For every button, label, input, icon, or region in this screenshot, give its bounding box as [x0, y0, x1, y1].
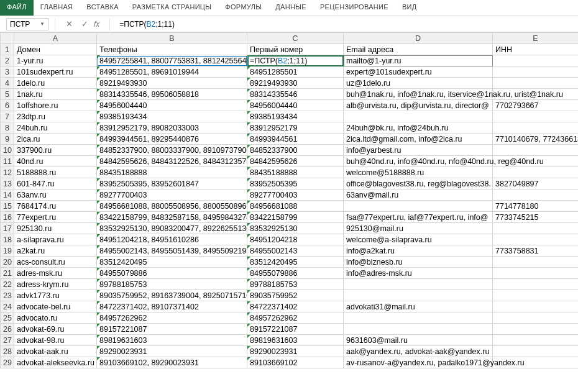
row-header[interactable]: 4 [1, 78, 14, 89]
cell[interactable]: 88314335546, 89506058818 [97, 89, 247, 100]
cell[interactable] [344, 279, 493, 290]
row-header[interactable]: 19 [1, 245, 14, 257]
name-box[interactable]: ПСТР ▼ [6, 18, 48, 30]
cell[interactable]: 83512420495 [247, 257, 344, 268]
cell[interactable]: 83422158799, 84832587158, 84959843274, 8 [97, 212, 247, 223]
cell[interactable] [493, 167, 579, 178]
cell[interactable]: a2kat.ru [14, 245, 97, 257]
cell[interactable] [493, 279, 579, 290]
cell[interactable] [344, 290, 493, 301]
cell[interactable]: advk1773.ru [14, 290, 97, 301]
cell[interactable]: 83952505395, 83952601847 [97, 178, 247, 189]
cell[interactable]: 89035759952 [247, 290, 344, 301]
row-header[interactable]: 10 [1, 145, 14, 156]
cell[interactable]: 9631603@mail.ru [344, 335, 493, 346]
row-header[interactable]: 27 [1, 335, 14, 346]
row-header[interactable]: 9 [1, 134, 14, 145]
cell[interactable]: Email адреса [344, 44, 493, 55]
cell[interactable]: 1offshore.ru [14, 100, 97, 111]
cell[interactable]: 23dtp.ru [14, 111, 97, 122]
cell[interactable]: 84993944561 [247, 134, 344, 145]
cell[interactable]: 83422158799 [247, 212, 344, 223]
formula-input[interactable]: =ПСТР(B2;1;11) [116, 18, 576, 30]
cell[interactable]: 84852337900, 88003337900, 89109737900 [97, 145, 247, 156]
cell[interactable] [344, 111, 493, 122]
cell[interactable]: 84955079886 [247, 268, 344, 279]
cell[interactable]: a-silaprava.ru [14, 234, 97, 245]
cell[interactable]: 84852337900 [247, 145, 344, 156]
cell[interactable]: 337900.ru [14, 145, 97, 156]
cell[interactable]: 89385193434 [247, 111, 344, 122]
cell[interactable]: 7733745215 [493, 212, 579, 223]
cell[interactable]: 84956681088, 88005508956, 88005508966, 8 [97, 201, 247, 212]
select-all[interactable] [1, 33, 14, 44]
row-header[interactable]: 23 [1, 290, 14, 301]
cell[interactable]: expert@101sudexpert.ru [344, 66, 493, 78]
cell[interactable]: 925130@mail.ru [344, 223, 493, 234]
cell[interactable]: 84722371402 [247, 301, 344, 312]
cell[interactable]: 2ica.ru [14, 134, 97, 145]
cell[interactable] [493, 290, 579, 301]
cell[interactable]: 89157221087 [247, 324, 344, 335]
cell[interactable] [493, 111, 579, 122]
cell[interactable]: info@yarbest.ru [344, 145, 493, 156]
row-header[interactable]: 11 [1, 156, 14, 167]
cell[interactable]: 89035759952, 89163739004, 89250715710 [97, 290, 247, 301]
cell[interactable]: 7684174.ru [14, 201, 97, 212]
cell[interactable]: av-rusanov-a@yandex.ru, padalko1971@yand… [344, 357, 493, 368]
cell[interactable]: 101sudexpert.ru [14, 66, 97, 78]
cell[interactable]: 89219493930 [247, 78, 344, 89]
row-header[interactable]: 2 [1, 55, 14, 66]
row-header[interactable]: 26 [1, 324, 14, 335]
cell[interactable]: 84993944561, 89295440876 [97, 134, 247, 145]
row-header[interactable]: 1 [1, 44, 14, 55]
cell[interactable]: ИНН [493, 44, 579, 55]
cell[interactable]: 89788185753 [247, 279, 344, 290]
row-header[interactable]: 7 [1, 111, 14, 122]
tab-formulas[interactable]: ФОРМУЛЫ [218, 0, 268, 16]
col-header[interactable]: C [247, 33, 344, 44]
cell[interactable]: mailto@1-yur.ru [344, 55, 493, 66]
row-header[interactable]: 18 [1, 234, 14, 245]
cancel-icon[interactable]: ✕ [62, 19, 77, 29]
cell[interactable]: 89290023931 [247, 346, 344, 357]
cell[interactable]: 84842595626, 84843122526, 84843123576, 8 [97, 156, 247, 167]
chevron-down-icon[interactable]: ▼ [40, 21, 45, 27]
cell[interactable]: 7710140679, 7724366186 [493, 134, 579, 145]
cell[interactable] [493, 335, 579, 346]
cell[interactable] [493, 324, 579, 335]
row-header[interactable]: 3 [1, 66, 14, 78]
cell[interactable]: 3827049897 [493, 178, 579, 189]
cell[interactable]: advokat-aak.ru [14, 346, 97, 357]
cell[interactable]: fsa@77expert.ru, iaf@77expert.ru, info@ [344, 212, 493, 223]
cell[interactable]: =ПСТР(B2;1;11) [247, 55, 344, 66]
cell[interactable] [493, 312, 579, 324]
cell[interactable]: welcome@a-silaprava.ru [344, 234, 493, 245]
cell[interactable]: 89219493930 [97, 78, 247, 89]
tab-review[interactable]: РЕЦЕНЗИРОВАНИЕ [313, 0, 395, 16]
cell[interactable]: 601-847.ru [14, 178, 97, 189]
cell[interactable]: 925130.ru [14, 223, 97, 234]
row-header[interactable]: 14 [1, 189, 14, 201]
cell[interactable]: 7733758831 [493, 245, 579, 257]
cell[interactable]: 89788185753 [97, 279, 247, 290]
cell[interactable]: office@blagovest38.ru, reg@blagovest38. [344, 178, 493, 189]
row-header[interactable]: 20 [1, 257, 14, 268]
cell[interactable]: 83532925130 [247, 223, 344, 234]
cell[interactable]: 7702793667 [493, 100, 579, 111]
cell[interactable]: 89277700403 [247, 189, 344, 201]
cell[interactable]: 84956004440 [247, 100, 344, 111]
cell[interactable]: 84956681088 [247, 201, 344, 212]
tab-data[interactable]: ДАННЫЕ [268, 0, 313, 16]
row-header[interactable]: 8 [1, 122, 14, 134]
cell[interactable]: adres-msk.ru [14, 268, 97, 279]
row-header[interactable]: 21 [1, 268, 14, 279]
cell[interactable]: 84955002143, 84955051439, 84955092195 [97, 245, 247, 257]
cell[interactable] [493, 145, 579, 156]
tab-page-layout[interactable]: РАЗМЕТКА СТРАНИЦЫ [126, 0, 219, 16]
cell[interactable]: acs-consult.ru [14, 257, 97, 268]
enter-icon[interactable]: ✓ [77, 19, 93, 29]
row-header[interactable]: 6 [1, 100, 14, 111]
cell[interactable]: 24buh@bk.ru, info@24buh.ru [344, 122, 493, 134]
cell[interactable] [493, 257, 579, 268]
